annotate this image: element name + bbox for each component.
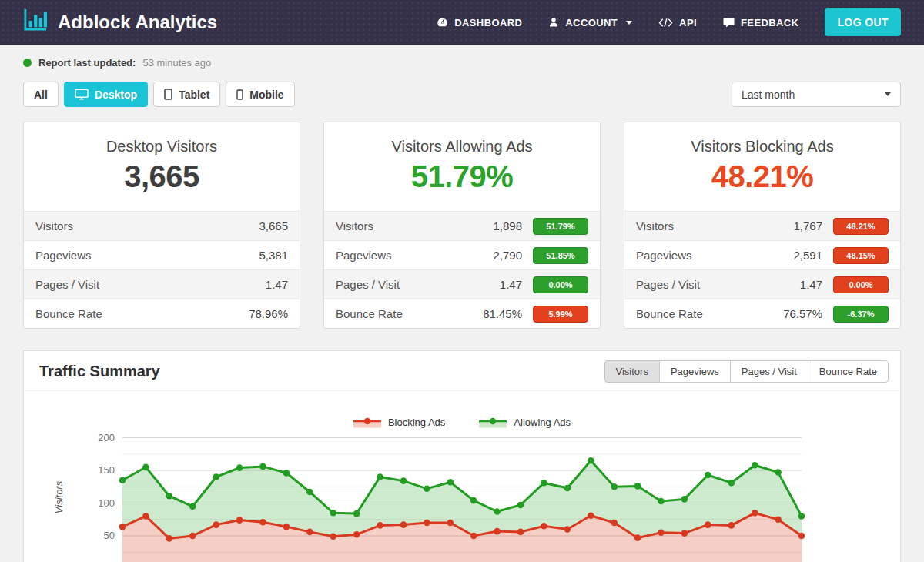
chart-legend: Blocking AdsAllowing Ads [24,416,900,428]
nav-item-label: API [679,17,697,28]
metric-label: Pages / Visit [636,278,700,291]
metric-value: 1,898 [493,219,522,232]
metric-value: 5,381 [259,249,288,262]
traffic-chart-svg [24,432,899,562]
card-rows: Visitors1,76748.21%Pageviews2,59148.15%P… [624,211,900,328]
status-dot-icon [23,59,32,67]
nav-item-account[interactable]: ACCOUNT [548,17,632,28]
nav-item-api[interactable]: API [658,17,697,28]
chat-icon [723,17,735,28]
chart-metric-tabs: VisitorsPageviewsPages / VisitBounce Rat… [604,360,889,383]
logout-button[interactable]: LOG OUT [825,8,901,36]
device-filter-label: Desktop [95,89,137,101]
card-title: Visitors Allowing Ads [324,138,600,156]
device-filter-group: AllDesktopTabletMobile [23,82,295,107]
metric-value: 78.96% [249,307,288,320]
navbar-menu: DASHBOARDACCOUNTAPIFEEDBACK [437,17,798,28]
card-headline: 51.79% [324,159,600,194]
metric-label: Visitors [35,219,73,232]
change-badge: 51.85% [533,247,588,264]
change-badge: 51.79% [533,218,588,235]
card-title: Visitors Blocking Ads [624,138,900,156]
table-row: Pages / Visit1.470.00% [324,269,600,299]
device-filter-label: All [34,89,48,101]
brand: Adblock Analytics [23,8,217,36]
device-filter-all[interactable]: All [23,82,59,107]
user-icon [548,17,559,28]
table-row: Bounce Rate78.96% [24,299,300,328]
metric-value: 2,591 [793,249,822,262]
legend-item-blocking-ads: Blocking Ads [353,416,445,428]
chart-region: 20015010050 Visitors [24,432,899,562]
gauge-icon [437,17,448,28]
table-row: Pages / Visit1.47 [24,269,300,299]
change-badge: 48.15% [833,247,889,264]
device-filter-desktop[interactable]: Desktop [64,82,148,107]
device-filter-tablet[interactable]: Tablet [153,82,220,107]
change-badge: 48.21% [833,218,889,235]
tab-pageviews[interactable]: Pageviews [659,360,731,383]
change-badge: 5.99% [533,306,588,323]
change-badge: -6.37% [833,306,889,323]
legend-label: Allowing Ads [514,416,571,428]
table-row: Visitors1,76748.21% [624,211,900,240]
legend-swatch-icon [479,417,507,428]
metric-label: Pages / Visit [35,278,99,291]
brand-title: Adblock Analytics [58,12,217,33]
metric-value: 1,767 [793,219,822,232]
card-head: Desktop Visitors 3,665 [24,122,300,211]
table-row: Pageviews5,381 [24,240,300,269]
metric-value: 1.47 [500,278,522,291]
legend-label: Blocking Ads [388,416,445,428]
table-row: Bounce Rate76.57%-6.37% [624,299,900,328]
metric-label: Bounce Rate [636,307,703,320]
metric-value: 1.47 [266,278,288,291]
card-headline: 3,665 [24,159,300,194]
mobile-icon [236,89,243,100]
metric-value: 1.47 [800,278,822,291]
code-icon [658,18,673,28]
tab-pages-visit[interactable]: Pages / Visit [730,360,808,383]
nav-item-label: ACCOUNT [565,17,618,28]
nav-item-dashboard[interactable]: DASHBOARD [437,17,522,28]
table-row: Visitors3,665 [24,211,300,240]
metric-value: 2,790 [493,249,522,262]
nav-item-label: FEEDBACK [741,17,798,28]
nav-item-feedback[interactable]: FEEDBACK [723,17,798,28]
card-rows: Visitors3,665Pageviews5,381Pages / Visit… [24,211,300,328]
device-filter-mobile[interactable]: Mobile [226,82,294,107]
status-label: Report last updated: [38,57,136,69]
table-row: Pages / Visit1.470.00% [624,269,900,299]
device-filter-label: Mobile [249,89,283,101]
tab-visitors[interactable]: Visitors [604,360,660,383]
caret-down-icon [626,21,632,25]
tablet-icon [164,89,172,100]
table-row: Pageviews2,59148.15% [624,240,900,269]
metric-label: Visitors [636,219,674,232]
table-row: Bounce Rate81.45%5.99% [324,299,600,328]
traffic-summary-header: Traffic Summary VisitorsPageviewsPages /… [24,351,900,391]
tab-bounce-rate[interactable]: Bounce Rate [808,360,889,383]
metric-label: Pageviews [35,249,92,262]
traffic-summary-title: Traffic Summary [39,363,160,380]
period-select-value: Last month [742,89,795,101]
period-select[interactable]: Last month [732,82,901,107]
card-head: Visitors Allowing Ads 51.79% [324,122,600,211]
table-row: Pageviews2,79051.85% [324,240,600,269]
device-filter-label: Tablet [179,89,209,101]
nav-item-label: DASHBOARD [454,17,522,28]
metric-label: Bounce Rate [336,307,403,320]
metric-label: Pageviews [336,249,392,262]
status-value: 53 minutes ago [142,57,211,69]
metric-label: Visitors [336,219,373,232]
change-badge: 0.00% [533,276,588,293]
card-visitors-allowing-ads: Visitors Allowing Ads 51.79% Visitors1,8… [323,122,601,329]
monitor-icon [75,89,89,100]
metric-label: Bounce Rate [35,307,102,320]
legend-item-allowing-ads: Allowing Ads [479,416,571,428]
metric-value: 76.57% [783,307,822,320]
card-title: Desktop Visitors [24,138,300,156]
caret-down-icon [885,92,891,96]
stat-cards-row: Desktop Visitors 3,665 Visitors3,665Page… [23,122,901,329]
filter-bar: AllDesktopTabletMobile Last month [23,82,901,107]
